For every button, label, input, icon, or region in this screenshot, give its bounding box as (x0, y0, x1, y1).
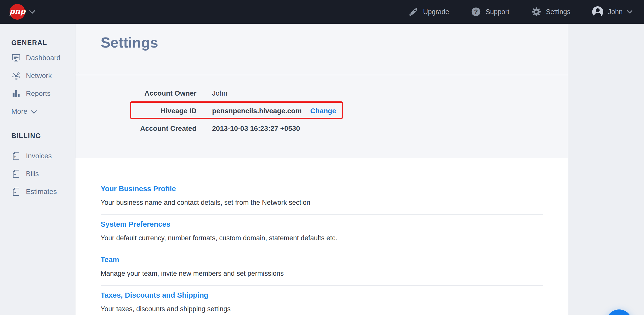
account-created-row: Account Created 2013-10-03 16:23:27 +053… (75, 120, 568, 137)
page-header: Settings (75, 35, 568, 75)
page-background-strip (568, 24, 644, 315)
topnav: Upgrade ? Support (408, 6, 632, 18)
svg-text:+: + (14, 154, 16, 159)
business-profile-description: Your business name and contact details, … (101, 199, 543, 207)
nav-label-upgrade: Upgrade (423, 8, 449, 16)
sidebar-item-bills[interactable]: – Bills (11, 165, 75, 183)
page-title: Settings (101, 35, 568, 50)
hiveage-id-row: Hiveage ID pensnpencils.hiveage.com Chan… (75, 102, 568, 120)
hiveage-id-label: Hiveage ID (75, 107, 196, 115)
nav-item-upgrade[interactable]: Upgrade (408, 7, 449, 17)
taxes-discounts-shipping-description: Your taxes, discounts and shipping setti… (101, 305, 543, 313)
sidebar-label-bills: Bills (26, 170, 39, 178)
account-owner-row: Account Owner John (75, 85, 568, 102)
sidebar-heading-billing: BILLING (11, 132, 75, 140)
account-chevron-down-icon (627, 10, 632, 14)
sidebar-item-estimates[interactable]: ~ Estimates (11, 183, 75, 201)
user-avatar-icon (592, 6, 603, 18)
team-link[interactable]: Team (101, 255, 119, 264)
estimate-document-icon: ~ (11, 187, 21, 196)
settings-links-panel: Your Business Profile Your business name… (75, 158, 568, 315)
invoice-document-icon: + (11, 151, 21, 161)
taxes-discounts-shipping-link[interactable]: Taxes, Discounts and Shipping (101, 291, 208, 299)
sidebar-label-more: More (11, 107, 27, 115)
brand-chevron-down-icon[interactable] (29, 10, 35, 14)
network-icon (11, 71, 21, 81)
system-preferences-link[interactable]: System Preferences (101, 220, 170, 228)
sidebar-label-estimates: Estimates (26, 188, 57, 196)
account-owner-value: John (212, 89, 227, 97)
change-hiveage-id-link[interactable]: Change (310, 107, 336, 115)
settings-section-team: Team Manage your team, invite new member… (101, 250, 543, 286)
nav-item-account-menu[interactable]: John (592, 6, 632, 18)
sidebar-item-network[interactable]: Network (11, 67, 75, 85)
nav-label-username: John (608, 8, 623, 16)
rocket-icon (408, 7, 419, 17)
nav-item-support[interactable]: ? Support (471, 7, 509, 17)
sidebar-label-reports: Reports (26, 90, 51, 98)
team-description: Manage your team, invite new members and… (101, 269, 543, 278)
business-profile-link[interactable]: Your Business Profile (101, 184, 176, 193)
question-icon: ? (471, 7, 481, 17)
account-info: Account Owner John Hiveage ID pensnpenci… (75, 85, 568, 137)
sidebar-item-reports[interactable]: Reports (11, 85, 75, 102)
sidebar-item-dashboard[interactable]: Dashboard (11, 49, 75, 67)
settings-section-business-profile: Your Business Profile Your business name… (101, 158, 543, 215)
svg-text:?: ? (474, 8, 478, 15)
sidebar-heading-general: GENERAL (11, 39, 75, 47)
settings-section-taxes: Taxes, Discounts and Shipping Your taxes… (101, 286, 543, 315)
bill-document-icon: – (11, 169, 21, 179)
account-owner-label: Account Owner (75, 89, 196, 97)
dashboard-icon (11, 53, 21, 63)
settings-summary-panel: Settings Account Owner John Hiveage ID p… (75, 24, 568, 158)
account-created-label: Account Created (75, 125, 196, 133)
sidebar-label-invoices: Invoices (26, 152, 52, 160)
topbar: pnp Upgrade ? Support (0, 0, 644, 24)
sidebar-item-more[interactable]: More (11, 102, 75, 120)
hiveage-id-value: pensnpencils.hiveage.com (212, 107, 302, 115)
main-content: Settings Account Owner John Hiveage ID p… (75, 24, 568, 315)
sidebar-label-dashboard: Dashboard (26, 54, 60, 62)
company-logo[interactable]: pnp (10, 4, 25, 20)
settings-section-system-preferences: System Preferences Your default currency… (101, 215, 543, 250)
svg-text:~: ~ (14, 190, 16, 195)
chevron-down-icon (31, 110, 37, 114)
nav-item-settings[interactable]: Settings (531, 7, 571, 17)
account-created-value: 2013-10-03 16:23:27 +0530 (212, 125, 300, 133)
sidebar-label-network: Network (26, 72, 52, 80)
system-preferences-description: Your default currency, number formats, c… (101, 234, 543, 242)
sidebar-item-invoices[interactable]: + Invoices (11, 147, 75, 165)
svg-text:–: – (14, 172, 16, 177)
sidebar: GENERAL Dashboard (0, 24, 75, 315)
reports-icon (11, 89, 21, 98)
gear-icon (531, 7, 542, 17)
nav-label-support: Support (486, 8, 509, 16)
brand-logo[interactable]: pnp (10, 4, 35, 20)
nav-label-settings: Settings (546, 8, 571, 16)
